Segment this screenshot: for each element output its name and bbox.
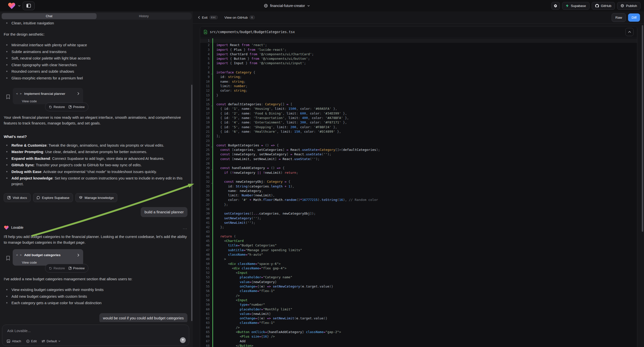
ready-paragraph: Your sleek financial planner is now read… [4, 114, 188, 126]
code-editor[interactable]: 12import React from 'react';3import { Pl… [200, 38, 637, 347]
bookmark-icon[interactable] [6, 256, 10, 260]
project-chevron-down-icon[interactable] [307, 4, 310, 7]
list-item: Clean, intuitive navigation [4, 20, 188, 26]
chat-history-tabs: Chat History [1, 13, 192, 20]
sliders-icon [42, 340, 45, 343]
code-line: 66 <Plus size={16} /> [200, 334, 637, 339]
chat-bubble-icon [36, 196, 40, 200]
code-line: 50 <div className="space-y-6"> [200, 262, 637, 266]
version-card-block-1: < > Implement financial planner View cod… [4, 88, 188, 113]
code-line: 46 title="Budget Categories" [200, 243, 637, 248]
code-line: 24⌄const BudgetCategories = () => { [200, 143, 637, 148]
list-item: Add project knowledge: Set key context o… [4, 175, 188, 187]
code-line: 30 if (!newCategory || !newLimit) return… [200, 170, 637, 175]
code-line: 59 type="number" [200, 302, 637, 307]
workspace-chevron-down-icon[interactable] [18, 4, 21, 7]
bookmark-icon[interactable] [6, 94, 10, 99]
code-line: 60 placeholder="Monthly limit" [200, 307, 637, 312]
code-line: 38 [200, 207, 637, 211]
tab-history[interactable]: History [96, 13, 192, 19]
code-line: 31 [200, 175, 637, 180]
settings-button[interactable] [552, 2, 560, 10]
tab-chat[interactable]: Chat [2, 13, 96, 19]
preview-button[interactable]: Preview [68, 104, 85, 110]
send-button[interactable] [180, 337, 186, 343]
project-globe-icon [264, 4, 268, 8]
code-line: 64 /> [200, 325, 637, 330]
chat-input[interactable]: Ask Lovable... [7, 328, 30, 333]
restore-button[interactable]: Restore [49, 265, 65, 271]
version-card-add-budget-categories[interactable]: < > Add budget categories View code [13, 249, 83, 266]
code-line: 11 limit: number; [200, 84, 637, 88]
manage-knowledge-button[interactable]: Manage knowledge [76, 193, 117, 202]
exit-button[interactable]: Exit ESC [198, 16, 218, 20]
chevron-right-icon[interactable] [77, 254, 80, 257]
code-line: 40 setNewCategory(''); [200, 216, 637, 220]
view-on-github-button[interactable]: View on GitHub G [224, 16, 255, 20]
chevron-left-icon [198, 16, 200, 19]
code-line: 57 /> [200, 294, 637, 298]
code-panel-toolbar: Exit ESC View on GitHub G Raw Diff [193, 12, 644, 24]
code-line: 43 [200, 230, 637, 234]
toggle-sidebar-button[interactable] [23, 2, 34, 10]
code-line: 14 [200, 98, 637, 102]
chevron-right-icon[interactable] [77, 92, 80, 95]
code-line: 52 <Input [200, 270, 637, 275]
code-line: 9 id: string; [200, 75, 637, 79]
mode-select[interactable]: Default [42, 339, 60, 343]
raw-button[interactable]: Raw [612, 13, 626, 22]
code-line: 35 limit: Number(newLimit), [200, 193, 637, 198]
preview-icon [68, 266, 72, 270]
code-line: 29⌄ const handleAddCategory = () => { [200, 166, 637, 170]
code-line: 61 value={newLimit} [200, 312, 637, 316]
code-line: 34 name: newCategory, [200, 189, 637, 193]
assistant-intro-paragraph: I'll help you add budget categories to t… [4, 234, 188, 245]
code-line: 12 color: string; [200, 88, 637, 93]
visit-docs-button[interactable]: Visit docs [4, 193, 30, 202]
message-menu-button[interactable]: ... [183, 225, 188, 230]
code-line: 41 setNewLimit(''); [200, 220, 637, 225]
code-line: 55 onChange={(e) => setNewCategory(e.tar… [200, 284, 637, 289]
project-name[interactable]: financial-future-creator [270, 4, 305, 8]
code-line: 8⌄interface Category { [200, 70, 637, 75]
user-message-row: would be cool if you could add budget ca… [4, 313, 188, 322]
lovable-logo-heart-icon[interactable] [8, 2, 16, 10]
attach-button[interactable]: Attach [7, 339, 21, 343]
collapse-file-button[interactable] [625, 28, 634, 36]
code-line: 33 id: String(categories.length + 1), [200, 184, 637, 189]
version-card-block-2: < > Add budget categories View code Rest… [4, 249, 188, 273]
github-icon [595, 4, 599, 8]
list-item: Soft, neutral color palette with light b… [4, 55, 188, 61]
code-line: 6import { Input } from '@/components/ui/… [200, 61, 637, 66]
code-line: 5import { Button } from '@/components/ui… [200, 56, 637, 61]
edit-button[interactable]: Edit [26, 339, 36, 343]
list-item: GitHub Sync: Transfer your project's cod… [4, 162, 188, 168]
code-line: 21 { id: '6', name: 'Healthcare', limit:… [200, 130, 637, 134]
code-line: 58 <Input [200, 298, 637, 302]
github-button[interactable]: GitHub [592, 2, 615, 10]
code-scrollbar[interactable] [642, 25, 643, 232]
list-item: Debug with Ease: Activate our experiment… [4, 169, 188, 174]
publish-button[interactable]: Publish [617, 2, 640, 10]
diff-button[interactable]: Diff [628, 14, 640, 22]
code-line: 53 placeholder="Category name" [200, 275, 637, 280]
code-panel: Exit ESC View on GitHub G Raw Diff src/c… [193, 12, 644, 347]
chat-messages[interactable]: Clean, intuitive navigation For the desi… [0, 20, 193, 322]
top-bar: financial-future-creator Supabase GitHub [0, 0, 644, 12]
added-list: View existing budget categories with the… [4, 287, 188, 306]
send-arrow-icon [182, 339, 184, 342]
design-list: Minimalist interface with plenty of whit… [4, 42, 188, 81]
chat-scrollbar[interactable] [191, 85, 192, 321]
restore-button[interactable]: Restore [49, 104, 65, 110]
code-line: 62 onChange={(e) => setNewLimit(e.target… [200, 316, 637, 320]
code-line: 10 name: string; [200, 80, 637, 84]
code-line: 39 setCategories([...categories, newCate… [200, 211, 637, 216]
lovable-heart-icon [4, 225, 9, 230]
preview-button[interactable]: Preview [68, 265, 85, 271]
chevron-down-icon [58, 340, 60, 342]
explore-supabase-button[interactable]: Explore Supabase [33, 193, 73, 202]
list-item: Each category gets a unique color for vi… [4, 300, 188, 306]
restore-preview-pill: Restore Preview [45, 102, 88, 111]
supabase-button[interactable]: Supabase [562, 2, 590, 10]
version-card-implement-financial-planner[interactable]: < > Implement financial planner View cod… [13, 88, 83, 104]
